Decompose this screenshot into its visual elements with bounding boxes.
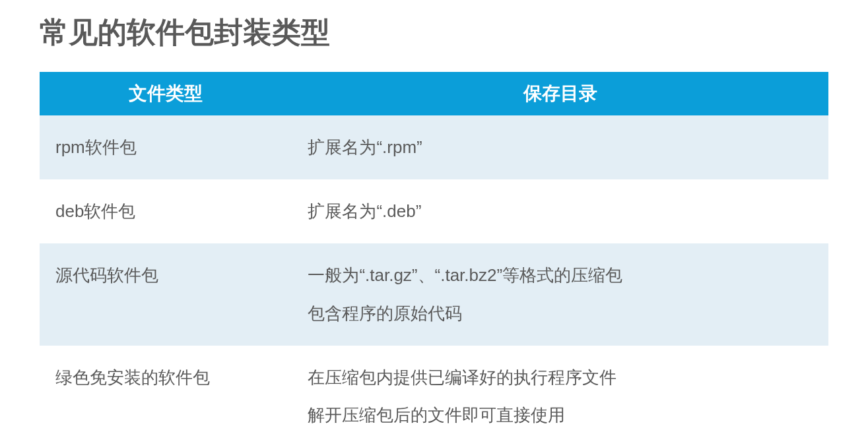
page-title: 常见的软件包封装类型	[40, 13, 828, 52]
cell-description: 一般为“.tar.gz”、“.tar.bz2”等格式的压缩包 包含程序的原始代码	[292, 243, 828, 345]
cell-file-type: 源代码软件包	[40, 243, 292, 345]
cell-line: 扩展名为“.rpm”	[308, 129, 813, 166]
cell-line: 扩展名为“.deb”	[308, 193, 813, 230]
cell-file-type: deb软件包	[40, 179, 292, 243]
table-header-file-type: 文件类型	[40, 72, 292, 115]
table-row: 源代码软件包 一般为“.tar.gz”、“.tar.bz2”等格式的压缩包 包含…	[40, 243, 828, 345]
cell-line: 在压缩包内提供已编译好的执行程序文件	[308, 359, 813, 396]
table-row: 绿色免安装的软件包 在压缩包内提供已编译好的执行程序文件 解开压缩包后的文件即可…	[40, 346, 828, 436]
table-row: rpm软件包 扩展名为“.rpm”	[40, 115, 828, 179]
cell-description: 扩展名为“.rpm”	[292, 115, 828, 179]
table-header-save-directory: 保存目录	[292, 72, 828, 115]
cell-description: 在压缩包内提供已编译好的执行程序文件 解开压缩包后的文件即可直接使用	[292, 346, 828, 436]
table-row: deb软件包 扩展名为“.deb”	[40, 179, 828, 243]
cell-line: 一般为“.tar.gz”、“.tar.bz2”等格式的压缩包	[308, 257, 813, 294]
cell-file-type: 绿色免安装的软件包	[40, 346, 292, 436]
cell-line: 包含程序的原始代码	[308, 295, 813, 332]
cell-line: 解开压缩包后的文件即可直接使用	[308, 396, 813, 434]
cell-file-type: rpm软件包	[40, 115, 292, 179]
cell-description: 扩展名为“.deb”	[292, 179, 828, 243]
package-types-table: 文件类型 保存目录 rpm软件包 扩展名为“.rpm” deb软件包 扩展名为“…	[40, 72, 828, 436]
